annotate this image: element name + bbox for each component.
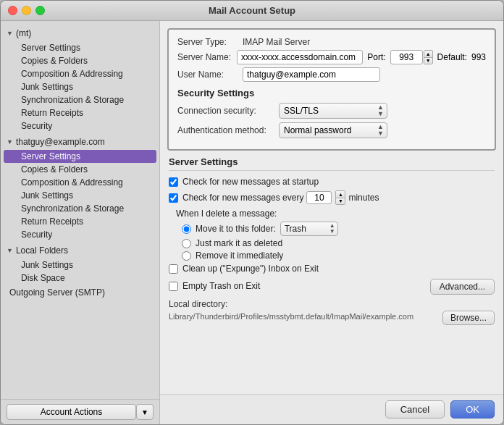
mail-account-setup-window: Mail Account Setup ▼ (mt) Server Setting… [0,0,504,425]
sidebar-item-thatguy-return[interactable]: Return Receipts [1,215,159,228]
account-thatguy-header[interactable]: ▼ thatguy@example.com [1,135,159,148]
server-name-row: Server Name: Port: ▲ ▼ Default: 993 [177,50,486,64]
collapse-triangle-mt: ▼ [7,30,13,37]
interval-spin-down[interactable]: ▼ [336,198,345,205]
port-label: Port: [367,52,385,62]
sidebar-item-thatguy-junk[interactable]: Junk Settings [1,189,159,202]
sidebar-item-mt-return[interactable]: Return Receipts [1,106,159,119]
local-dir-path: Library/Thunderbird/Profiles/msstybmt.de… [169,312,442,321]
check-startup-label: Check for new messages at startup [182,177,319,187]
sidebar-item-mt-junk[interactable]: Junk Settings [1,80,159,93]
sidebar-item-mt-composition[interactable]: Composition & Addressing [1,67,159,80]
connection-security-value: SSL/TLS [284,106,319,116]
sidebar-item-thatguy-sync[interactable]: Synchronization & Storage [1,202,159,215]
account-mt-items: Server Settings Copies & Folders Composi… [1,41,159,132]
interval-spin-up[interactable]: ▲ [336,191,345,198]
account-actions-dropdown[interactable]: ▼ [136,404,154,420]
auth-method-value: Normal password [284,125,351,135]
radio-remove[interactable] [182,251,191,261]
connection-security-label: Connection security: [177,106,279,116]
auth-method-row: Authentication method: Normal password ▲… [177,122,486,138]
port-input[interactable] [390,50,423,64]
delete-section: When I delete a message: Move it to this… [176,209,495,261]
user-name-label: User Name: [177,70,243,80]
cancel-button[interactable]: Cancel [385,400,445,418]
server-name-input[interactable] [237,50,363,64]
radio-mark-row: Just mark it as deleted [182,238,495,248]
connection-security-select[interactable]: SSL/TLS ▲▼ [279,103,387,119]
sidebar-item-thatguy-server-settings[interactable]: Server Settings [4,150,156,163]
check-expunge[interactable] [169,264,178,274]
radio-move-row: Move it to this folder: Trash ▲▼ [182,222,495,236]
account-thatguy-name: thatguy@example.com [16,137,105,147]
local-folders-header[interactable]: ▼ Local Folders [1,244,159,257]
sidebar-item-thatguy-composition[interactable]: Composition & Addressing [1,176,159,189]
local-dir-label: Local directory: [169,299,495,309]
account-mt-name: (mt) [16,28,31,38]
collapse-triangle-local: ▼ [7,247,13,254]
window-title: Mail Account Setup [209,5,295,16]
user-name-row: User Name: [177,67,486,82]
ok-button[interactable]: OK [450,400,495,418]
server-settings-section: Server Settings Check for new messages a… [160,151,503,394]
sidebar-item-junk[interactable]: Junk Settings [1,258,159,272]
server-info-box: Server Type: IMAP Mail Server Server Nam… [167,28,496,151]
check-empty-trash[interactable] [169,282,178,291]
account-thatguy-items: Server Settings Copies & Folders Composi… [1,150,159,241]
check-expunge-label: Clean up ("Expunge") Inbox on Exit [182,264,319,274]
local-dir-row: Library/Thunderbird/Profiles/msstybmt.de… [169,311,495,325]
interval-spinner[interactable]: ▲ ▼ [335,190,345,205]
sidebar-item-mt-security[interactable]: Security [1,119,159,132]
account-actions-button[interactable]: Account Actions [7,404,136,420]
sidebar-item-outgoing-smtp[interactable]: Outgoing Server (SMTP) [1,286,159,299]
bottom-buttons: Cancel OK [160,394,503,424]
folder-value: Trash [285,224,306,234]
collapse-triangle-thatguy: ▼ [7,138,13,146]
default-label: Default: [437,52,467,62]
radio-mark-label: Just mark it as deleted [196,238,282,248]
sidebar: ▼ (mt) Server Settings Copies & Folders … [1,21,160,424]
port-spinner[interactable]: ▲ ▼ [424,50,433,64]
port-spin-up[interactable]: ▲ [424,51,432,58]
radio-remove-label: Remove it immediately [196,251,283,261]
sidebar-item-disk-space[interactable]: Disk Space [1,272,159,285]
radio-mark[interactable] [182,239,191,248]
folder-select[interactable]: Trash ▲▼ [280,222,338,236]
browse-button[interactable]: Browse... [442,311,495,325]
server-name-label: Server Name: [177,52,237,62]
close-button[interactable] [8,6,17,15]
sidebar-item-thatguy-copies-folders[interactable]: Copies & Folders [1,163,159,176]
advanced-button[interactable]: Advanced... [430,279,495,295]
connection-security-row: Connection security: SSL/TLS ▲▼ [177,103,486,119]
check-interval-suffix: minutes [348,193,379,203]
minimize-button[interactable] [22,6,31,15]
sidebar-item-mt-sync[interactable]: Synchronization & Storage [1,93,159,106]
sidebar-item-mt-server-settings[interactable]: Server Settings [1,41,159,54]
main-content: ▼ (mt) Server Settings Copies & Folders … [1,21,503,424]
main-panel: Server Type: IMAP Mail Server Server Nam… [160,21,503,424]
sidebar-item-mt-copies-folders[interactable]: Copies & Folders [1,54,159,67]
check-expunge-row: Clean up ("Expunge") Inbox on Exit [169,264,495,274]
sidebar-item-thatguy-security[interactable]: Security [1,228,159,241]
titlebar: Mail Account Setup [1,1,503,21]
radio-move[interactable] [182,224,191,234]
user-name-input[interactable] [243,67,380,82]
auth-method-select[interactable]: Normal password ▲▼ [279,122,387,138]
check-interval[interactable] [169,193,178,203]
port-spin-down[interactable]: ▼ [424,58,432,64]
auth-method-arrows: ▲▼ [377,124,384,137]
local-folders-section: ▼ Local Folders Junk Settings Disk Space [1,243,159,286]
account-mt: ▼ (mt) Server Settings Copies & Folders … [1,25,159,134]
check-startup[interactable] [169,177,178,187]
radio-move-label: Move it to this folder: [196,224,276,234]
check-empty-trash-row: Empty Trash on Exit Advanced... [169,277,495,295]
local-folders-items: Junk Settings Disk Space [1,258,159,285]
folder-arrows: ▲▼ [329,223,335,235]
account-mt-header[interactable]: ▼ (mt) [1,27,159,40]
server-type-row: Server Type: IMAP Mail Server [177,37,486,47]
maximize-button[interactable] [35,6,45,15]
auth-method-label: Authentication method: [177,125,279,135]
local-folders-name: Local Folders [16,245,68,256]
account-actions-bar: Account Actions ▼ [1,399,159,424]
check-interval-input[interactable] [306,191,332,204]
